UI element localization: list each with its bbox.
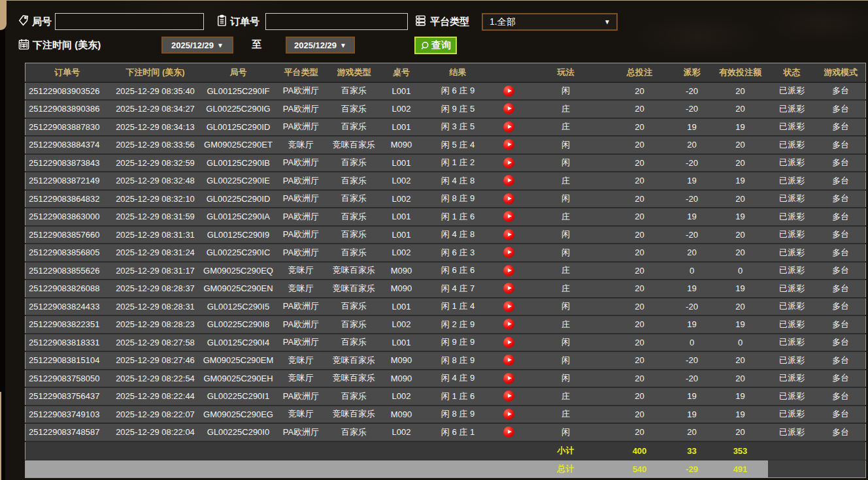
column-header-game-mode: 游戏模式 — [816, 63, 866, 82]
play-icon[interactable] — [503, 301, 514, 312]
date-from-picker[interactable]: 2025/12/29 ▼ — [161, 37, 233, 54]
table-no: L001 — [381, 334, 422, 352]
subtotal-result — [422, 441, 494, 460]
game-mode: 多台 — [816, 244, 866, 262]
play-icon[interactable] — [503, 211, 514, 222]
play-icon[interactable] — [503, 283, 514, 294]
round-id: GM09025C290ET — [202, 136, 275, 154]
play-icon[interactable] — [503, 409, 514, 420]
play-icon[interactable] — [503, 157, 514, 168]
table-row: 2512290837564372025-12-29 08:22:44GL0022… — [25, 387, 866, 406]
total-bet: 20 — [609, 262, 671, 280]
game-type: 竞咪百家乐 — [327, 280, 381, 298]
status: 已派彩 — [768, 100, 816, 118]
valid-bet: 20 — [713, 190, 768, 208]
game-type: 百家乐 — [327, 154, 381, 172]
game-type: 百家乐 — [327, 82, 381, 101]
total-bet: 20 — [609, 280, 671, 298]
valid-bet: 0 — [713, 334, 768, 352]
play-icon[interactable] — [503, 373, 514, 384]
table-row: 2512290838576602025-12-29 08:31:31GL0012… — [25, 226, 866, 244]
bet-time: 2025-12-29 08:31:24 — [109, 244, 202, 262]
total-platform-type — [275, 460, 327, 478]
platform-type: 竞咪厅 — [275, 280, 327, 298]
total-bet: 20 — [609, 100, 671, 118]
chevron-down-icon: ▼ — [604, 18, 610, 25]
date-to-picker[interactable]: 2025/12/29 ▼ — [286, 37, 355, 54]
game-mode: 多台 — [816, 190, 866, 208]
play-icon[interactable] — [503, 229, 514, 240]
subtotal-payout: 33 — [671, 441, 713, 460]
replay-cell — [494, 334, 524, 352]
order-id: 251229083863000 — [25, 208, 109, 226]
play-icon[interactable] — [503, 86, 514, 97]
round-number-input[interactable] — [55, 13, 204, 30]
play-type: 庄 — [524, 262, 609, 280]
play-icon[interactable] — [503, 121, 514, 133]
orders-table-body: 2512290839035262025-12-29 08:35:40GL0012… — [25, 82, 866, 441]
play-icon[interactable] — [503, 319, 514, 330]
result: 闲 6 庄 9 — [422, 82, 494, 101]
game-type: 百家乐 — [327, 387, 381, 406]
total-game-mode — [816, 460, 866, 478]
order-id: 251229083864832 — [25, 190, 109, 208]
payout: -20 — [671, 154, 713, 172]
play-icon[interactable] — [503, 193, 514, 204]
bet-time: 2025-12-29 08:28:31 — [109, 298, 202, 316]
platform-type: 竞咪厅 — [275, 136, 327, 154]
order-id: 251229083748587 — [25, 423, 109, 441]
result: 闲 9 庄 5 — [422, 100, 494, 118]
round-id: GM09025C290EQ — [202, 262, 275, 280]
play-icon[interactable] — [503, 103, 514, 114]
platform-type-select[interactable]: 1.全部 ▼ — [482, 13, 618, 31]
result: 闲 2 庄 9 — [422, 315, 494, 334]
game-mode: 多台 — [816, 280, 866, 298]
payout: 20 — [671, 244, 713, 262]
play-icon[interactable] — [503, 426, 514, 438]
play-icon[interactable] — [503, 391, 514, 402]
valid-bet: 19 — [713, 208, 768, 226]
total-status — [768, 460, 816, 478]
order-number-input[interactable] — [265, 13, 408, 30]
drawer-handle[interactable] — [0, 0, 7, 30]
replay-cell — [494, 136, 524, 154]
total-bet: 20 — [609, 423, 671, 441]
chevron-down-icon: ▼ — [217, 42, 224, 49]
replay-cell — [494, 280, 524, 298]
play-icon[interactable] — [503, 265, 514, 276]
status: 已派彩 — [768, 118, 816, 136]
table-row: 2512290837485872025-12-29 08:22:04GL0022… — [25, 423, 866, 441]
order-id: 251229083826088 — [25, 280, 109, 298]
table-row: 2512290838223512025-12-29 08:28:23GL0022… — [25, 315, 866, 334]
game-type: 百家乐 — [327, 334, 381, 352]
total-bet: 20 — [609, 315, 671, 334]
play-icon[interactable] — [503, 139, 514, 150]
game-mode: 多台 — [816, 370, 866, 388]
total-total-bet: 540 — [609, 460, 671, 478]
platform-type: 竞咪厅 — [275, 351, 327, 370]
result: 闲 1 庄 4 — [422, 298, 494, 316]
valid-bet: 20 — [713, 82, 768, 101]
play-type: 闲 — [524, 82, 609, 101]
game-type: 百家乐 — [327, 208, 381, 226]
play-type: 庄 — [524, 208, 609, 226]
calendar-icon — [18, 38, 30, 50]
column-header-bet-time: 下注时间 (美东) — [109, 63, 202, 82]
play-type: 闲 — [524, 190, 609, 208]
play-icon[interactable] — [503, 247, 514, 258]
status: 已派彩 — [768, 387, 816, 406]
play-icon[interactable] — [503, 337, 514, 348]
result: 闲 1 庄 2 — [422, 154, 494, 172]
column-header-play-type: 玩法 — [524, 63, 609, 82]
play-icon[interactable] — [503, 355, 514, 366]
round-id: GM09025C290EG — [202, 406, 275, 424]
table-no: L001 — [381, 82, 422, 101]
bet-time: 2025-12-29 08:27:46 — [109, 351, 202, 370]
orders-table-header: 订单号下注时间 (美东)局号平台类型游戏类型桌号结果玩法总投注派彩有效投注额状态… — [25, 63, 866, 82]
round-id: GL00225C290IE — [202, 172, 275, 190]
total-bet: 20 — [609, 118, 671, 136]
replay-cell — [494, 351, 524, 370]
query-button[interactable]: 查询 — [414, 37, 457, 54]
game-mode: 多台 — [816, 100, 866, 118]
play-icon[interactable] — [503, 175, 514, 186]
